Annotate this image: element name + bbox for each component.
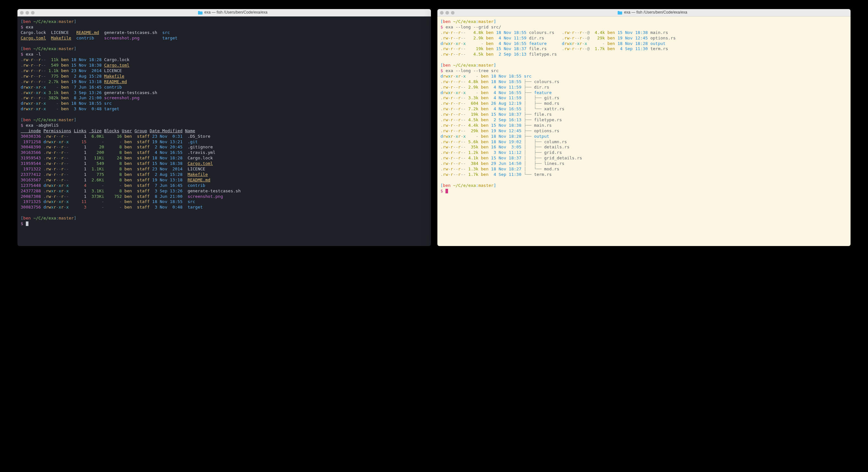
file-entry: Cargo.lock bbox=[21, 30, 46, 35]
tree-branch-icon: ├── bbox=[524, 134, 534, 139]
terminal-body-light[interactable]: [ben ~/C/e/exa:master]$ exa --long --gri… bbox=[437, 17, 851, 246]
user: ben bbox=[61, 57, 68, 62]
date: 18 Nov 18:55 bbox=[152, 199, 183, 204]
size: - bbox=[468, 74, 478, 79]
list-row: 30048390 .rw-r--r-- 1 20 8 ben staff 2 N… bbox=[21, 145, 428, 150]
list-row: .rw-r--r-- 29k ben 19 Nov 12:45 ├── opti… bbox=[441, 128, 848, 134]
titlebar[interactable]: exa — fish /Users/ben/Code/exa/exa bbox=[437, 9, 851, 17]
links: 1 bbox=[82, 155, 87, 160]
inode: 30030336 bbox=[21, 134, 41, 139]
date: 7 Jun 16:45 bbox=[152, 183, 183, 188]
list-row: .rw-r--r-- 1.1k ben 23 Nov 2014 LICENCE bbox=[21, 68, 428, 74]
tree-branch-icon: │ └── bbox=[524, 167, 544, 171]
titlebar[interactable]: exa — fish /Users/ben/Code/exa/exa bbox=[18, 9, 431, 17]
zoom-icon[interactable] bbox=[31, 11, 35, 14]
file-entry: dir.rs bbox=[529, 35, 544, 40]
group: staff bbox=[137, 194, 150, 199]
command-text: exa --long --tree src bbox=[445, 68, 498, 73]
links: 4 bbox=[82, 183, 87, 188]
group: staff bbox=[137, 145, 150, 149]
list-row: drwxr-xr-x - ben 4 Nov 16:55 ├── feature bbox=[441, 90, 848, 96]
file-entry: file.rs bbox=[529, 46, 547, 51]
group: staff bbox=[137, 150, 150, 155]
folder-icon bbox=[618, 11, 622, 14]
list-row: .rw-r--r-- 4.8k ben 18 Nov 18:55 colours… bbox=[441, 30, 848, 35]
prompt-line: [ben ~/C/e/exa:master] bbox=[441, 19, 848, 25]
tree-branch-icon: └── bbox=[524, 172, 534, 177]
user: ben bbox=[124, 155, 132, 160]
command-text: exa -abghHliS bbox=[26, 123, 59, 128]
user: ben bbox=[481, 95, 489, 100]
size: 20 bbox=[89, 145, 104, 149]
file-entry: file.rs bbox=[534, 112, 552, 117]
file-entry: .DS_Store bbox=[188, 134, 210, 139]
size: - bbox=[471, 41, 483, 46]
command-line[interactable]: $ bbox=[441, 188, 848, 194]
size: 2.9k bbox=[471, 35, 483, 40]
group: staff bbox=[137, 183, 150, 188]
file-entry: term.rs bbox=[650, 46, 668, 51]
user: ben bbox=[486, 35, 493, 40]
links: 1 bbox=[82, 145, 87, 149]
size: - bbox=[49, 101, 59, 106]
command-line[interactable]: $ bbox=[21, 221, 428, 227]
user: ben bbox=[481, 128, 489, 133]
links: 1 bbox=[82, 194, 87, 199]
command-line[interactable]: $ exa bbox=[21, 25, 428, 30]
inode: 20087308 bbox=[21, 194, 41, 199]
inode: 1971325 bbox=[21, 199, 41, 204]
size: 5.6k bbox=[468, 139, 478, 144]
size: 1.1k bbox=[49, 68, 59, 73]
size: 604 bbox=[468, 101, 478, 106]
minimize-icon[interactable] bbox=[445, 11, 449, 14]
group: staff bbox=[137, 134, 150, 139]
date: 19 Nov 12:45 bbox=[491, 128, 521, 133]
inode: 31959544 bbox=[21, 161, 41, 166]
date: 2 Sep 16:13 bbox=[491, 117, 521, 122]
zoom-icon[interactable] bbox=[451, 11, 455, 14]
list-row: .rw-r--r-- 384 ben 29 Jun 14:50 │ ├── li… bbox=[441, 161, 848, 167]
close-icon[interactable] bbox=[440, 11, 443, 14]
file-entry: main.rs bbox=[650, 30, 668, 35]
command-text: exa -l bbox=[26, 52, 41, 57]
blocks: - bbox=[112, 205, 122, 209]
close-icon[interactable] bbox=[20, 11, 24, 14]
command-line[interactable]: $ exa -abghHliS bbox=[21, 123, 428, 128]
desktop: exa — fish /Users/ben/Code/exa/exa [ben … bbox=[0, 0, 868, 255]
date: 8 Jun 21:00 bbox=[71, 95, 102, 100]
command-line[interactable]: $ exa -l bbox=[21, 52, 428, 57]
list-row: .rw-r--r-- 11k ben 18 Nov 18:28 Cargo.lo… bbox=[21, 57, 428, 63]
date: 4 Nov 16:55 bbox=[496, 41, 527, 46]
user: ben bbox=[61, 79, 68, 84]
links: 1 bbox=[82, 177, 87, 182]
size: - bbox=[592, 41, 605, 46]
size: 4.1k bbox=[468, 155, 478, 160]
user: ben bbox=[481, 145, 489, 149]
tree-branch-icon: ├── bbox=[524, 90, 534, 95]
file-entry: Cargo.toml bbox=[104, 63, 129, 67]
minimize-icon[interactable] bbox=[26, 11, 29, 14]
date: 23 Nov 2014 bbox=[71, 68, 102, 73]
user: ben bbox=[607, 41, 615, 46]
blocks: - bbox=[112, 183, 122, 188]
prompt-path: ~/C/e/exa bbox=[33, 46, 56, 51]
user: ben bbox=[481, 90, 489, 95]
list-row: 12375448 drwxr-xr-x 4 - - ben staff 7 Ju… bbox=[21, 183, 428, 188]
terminal-body-dark[interactable]: [ben ~/C/e/exa:master]$ exaCargo.lock LI… bbox=[18, 17, 431, 246]
user: ben bbox=[481, 112, 489, 117]
date: 4 Nov 11:59 bbox=[491, 95, 521, 100]
size: 4.5k bbox=[468, 117, 478, 122]
size: 4.4k bbox=[468, 123, 478, 128]
list-row: .rw-r--r-- 549 ben 15 Nov 18:38 Cargo.to… bbox=[21, 63, 428, 68]
list-row: .rw-r--r-- 1.7k ben 4 Sep 11:30 └── term… bbox=[441, 172, 848, 177]
file-entry: output bbox=[650, 41, 665, 46]
command-line[interactable]: $ exa --long --tree src bbox=[441, 68, 848, 74]
group: staff bbox=[137, 155, 150, 160]
window-title: exa — fish /Users/ben/Code/exa/exa bbox=[205, 10, 268, 15]
list-row: 1971322 .rw-r--r-- 1 1.1Ki 8 ben staff 2… bbox=[21, 167, 428, 172]
file-entry: filetype.rs bbox=[529, 52, 557, 57]
date: 23 Nov 0:31 bbox=[152, 134, 183, 139]
command-line[interactable]: $ exa --long --grid src/ bbox=[441, 25, 848, 30]
date: 4 Nov 16:55 bbox=[152, 150, 183, 155]
size: 3.1k bbox=[49, 90, 59, 95]
